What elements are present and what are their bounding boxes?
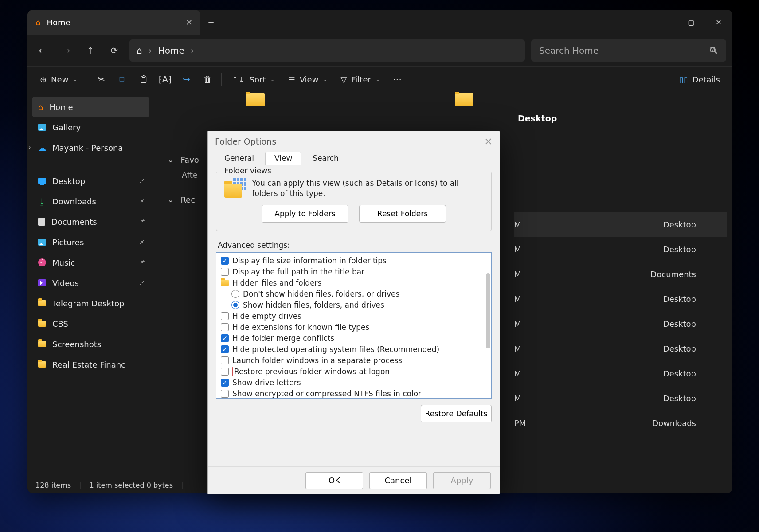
scrollbar-thumb[interactable]	[486, 273, 490, 348]
sidebar-item-desktop[interactable]: Desktop📌︎	[32, 171, 149, 191]
chevron-down-icon: ⌄	[376, 76, 380, 82]
forward-button[interactable]: →	[58, 42, 75, 59]
cut-button[interactable]: ✂	[91, 70, 111, 88]
advanced-settings-list[interactable]: ✓Display file size information in folder…	[216, 252, 492, 399]
advanced-option[interactable]: Display the full path in the title bar	[221, 266, 487, 278]
file-row[interactable]: MDocuments	[514, 262, 727, 286]
advanced-option[interactable]: Hidden files and folders	[221, 278, 487, 289]
breadcrumb[interactable]: ⌂ › Home ›	[129, 39, 525, 62]
advanced-option[interactable]: Hide empty drives	[221, 311, 487, 322]
apply-to-folders-button[interactable]: Apply to Folders	[262, 205, 348, 223]
radio-icon[interactable]	[231, 290, 239, 298]
sidebar-item-cbs[interactable]: CBS	[32, 313, 149, 334]
advanced-option[interactable]: Don't show hidden files, folders, or dri…	[221, 289, 487, 300]
pin-icon[interactable]: 📌︎	[138, 218, 145, 226]
file-row[interactable]: MDesktop	[514, 311, 727, 336]
advanced-option[interactable]: Hide extensions for known file types	[221, 322, 487, 333]
maximize-button[interactable]: ▢	[677, 12, 705, 32]
tab-general[interactable]: General	[215, 152, 263, 165]
cancel-button[interactable]: Cancel	[369, 472, 427, 489]
details-toggle[interactable]: ▯▯ Details	[673, 70, 726, 88]
new-tab-button[interactable]: ＋	[200, 16, 222, 29]
file-row[interactable]: MDesktop	[514, 361, 727, 386]
sidebar-item-downloads[interactable]: ⭳Downloads📌︎	[32, 191, 149, 211]
pin-icon[interactable]: 📌︎	[138, 177, 145, 185]
file-row[interactable]: MDesktop	[514, 286, 727, 311]
paste-button[interactable]: 📋︎	[133, 70, 154, 88]
rename-button[interactable]: ⁅A⁆	[155, 70, 175, 88]
minimize-button[interactable]: —	[650, 12, 677, 32]
pin-icon[interactable]: 📌︎	[138, 258, 145, 266]
sidebar-item-onedrive[interactable]: ›☁Mayank - Persona	[32, 137, 149, 158]
sidebar-item-realestate[interactable]: Real Estate Financ	[32, 354, 149, 375]
sidebar-item-home[interactable]: ⌂Home	[32, 97, 149, 117]
sidebar-item-gallery[interactable]: Gallery	[32, 117, 149, 137]
sidebar-item-music[interactable]: Music📌︎	[32, 252, 149, 273]
tab-search[interactable]: Search	[303, 152, 348, 165]
file-row[interactable]: MDesktop	[514, 237, 727, 262]
advanced-option[interactable]: ✓Hide protected operating system files (…	[221, 344, 487, 355]
advanced-option[interactable]: ✓Hide folder merge conflicts	[221, 333, 487, 344]
up-button[interactable]: ↑	[82, 42, 99, 59]
advanced-option[interactable]: Show encrypted or compressed NTFS files …	[221, 388, 487, 399]
close-button[interactable]: ✕	[705, 12, 732, 32]
reset-folders-button[interactable]: Reset Folders	[359, 205, 446, 223]
share-button[interactable]: ↪	[176, 70, 196, 88]
radio-icon[interactable]	[231, 301, 239, 309]
sidebar-item-pictures[interactable]: Pictures📌︎	[32, 232, 149, 252]
restore-defaults-button[interactable]: Restore Defaults	[421, 405, 492, 422]
checkbox-icon[interactable]	[221, 323, 229, 331]
view-button[interactable]: ☰ View ⌄	[282, 70, 334, 88]
advanced-option[interactable]: Launch folder windows in a separate proc…	[221, 355, 487, 366]
more-button[interactable]: ⋯	[387, 70, 407, 88]
checkbox-icon[interactable]: ✓	[221, 257, 229, 265]
apply-button[interactable]: Apply	[433, 472, 491, 489]
new-button[interactable]: ⊕ New ⌄	[34, 70, 83, 88]
pin-icon[interactable]: 📌︎	[138, 279, 145, 287]
file-row[interactable]: PMDownloads	[514, 411, 727, 435]
favorites-header[interactable]: ⌄Favo	[168, 155, 199, 164]
advanced-option[interactable]: Restore previous folder windows at logon	[221, 366, 487, 377]
advanced-option[interactable]: ✓Display file size information in folder…	[221, 255, 487, 266]
sidebar-item-screenshots[interactable]: Screenshots	[32, 334, 149, 354]
search-input[interactable]: Search Home 🔍︎	[531, 39, 726, 62]
sidebar-item-videos[interactable]: Videos📌︎	[32, 273, 149, 293]
advanced-option[interactable]: ✓Show drive letters	[221, 377, 487, 388]
checkbox-icon[interactable]	[221, 268, 229, 276]
sort-button[interactable]: ↑↓ Sort ⌄	[225, 70, 281, 88]
music-icon	[38, 258, 46, 266]
ellipsis-icon: ⋯	[393, 74, 402, 85]
checkbox-icon[interactable]: ✓	[221, 345, 229, 353]
divider	[35, 164, 141, 164]
chevron-right-icon[interactable]: ›	[28, 144, 31, 151]
tab-view[interactable]: View	[265, 152, 301, 165]
checkbox-icon[interactable]	[221, 312, 229, 320]
search-placeholder: Search Home	[539, 45, 599, 56]
checkbox-icon[interactable]	[221, 390, 229, 398]
back-button[interactable]: ←	[34, 42, 51, 59]
row-location: Desktop	[663, 245, 696, 254]
tab-close-icon[interactable]: ✕	[186, 18, 192, 27]
row-time: M	[514, 220, 521, 229]
pin-icon[interactable]: 📌︎	[138, 238, 145, 246]
delete-button[interactable]: 🗑︎	[197, 70, 218, 88]
file-row[interactable]: MDesktop	[514, 386, 727, 411]
checkbox-icon[interactable]	[221, 368, 229, 376]
dialog-close-icon[interactable]: ✕	[485, 136, 493, 147]
checkbox-icon[interactable]: ✓	[221, 334, 229, 342]
file-row[interactable]: MDesktop	[514, 212, 727, 237]
sidebar-item-documents[interactable]: Documents📌︎	[32, 211, 149, 232]
file-row[interactable]: MDesktop	[514, 336, 727, 361]
active-tab[interactable]: ⌂ Home ✕	[27, 10, 200, 35]
copy-button[interactable]: ⧉	[112, 70, 133, 88]
ok-button[interactable]: OK	[305, 472, 363, 489]
advanced-option[interactable]: Show hidden files, folders, and drives	[221, 300, 487, 311]
checkbox-icon[interactable]: ✓	[221, 379, 229, 387]
recent-header[interactable]: ⌄Rec	[168, 195, 195, 204]
sidebar-item-telegram[interactable]: Telegram Desktop	[32, 293, 149, 313]
pin-icon[interactable]: 📌︎	[138, 197, 145, 205]
filter-button[interactable]: ▽ Filter ⌄	[334, 70, 386, 88]
refresh-button[interactable]: ⟳	[106, 42, 123, 59]
checkbox-icon[interactable]	[221, 356, 229, 364]
chevron-right-icon: ›	[149, 45, 152, 56]
